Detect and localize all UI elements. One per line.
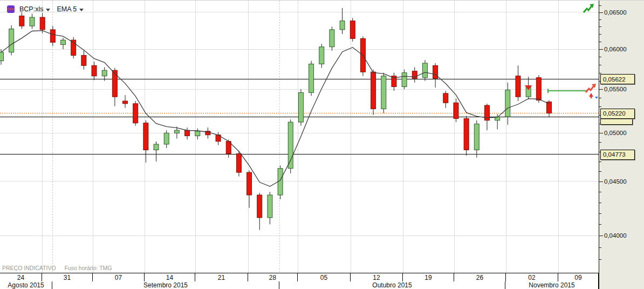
candle-body xyxy=(92,65,97,76)
price-tag-hidden xyxy=(600,118,633,125)
minor-tick xyxy=(599,34,601,35)
time-axis-months[interactable]: Agosto 2015Setembro 2015Outubro 2015Nove… xyxy=(0,281,599,289)
minor-tick xyxy=(599,26,601,27)
candle-body xyxy=(350,21,355,39)
growth-arrow-icon[interactable] xyxy=(583,4,595,15)
footer-note: PREÇO INDICATIVO Fuso horário: TMG xyxy=(2,265,112,271)
indicative-price-label: PREÇO INDICATIVO xyxy=(2,265,56,271)
buy-arrow-icon xyxy=(589,93,593,98)
time-axis-weeks[interactable]: 243107142128051219260209 xyxy=(0,273,599,282)
week-label-cell: 05 xyxy=(298,273,351,281)
candle-body xyxy=(247,172,252,195)
price-tag: 0,05622 xyxy=(600,74,635,84)
candle-body xyxy=(133,104,138,123)
major-tick xyxy=(599,12,603,13)
candle-body xyxy=(474,124,479,150)
minor-tick xyxy=(599,213,601,214)
candle-body xyxy=(402,73,407,87)
minor-tick xyxy=(599,259,601,260)
candle-body xyxy=(81,55,86,65)
price-axis[interactable]: 0,065000,060000,055000,050000,045000,040… xyxy=(599,1,644,289)
candle-body xyxy=(330,30,334,47)
price-axis-label: 0,06500 xyxy=(604,9,627,16)
month-label-cell: Agosto 2015 xyxy=(0,281,52,289)
candle-body xyxy=(443,93,448,103)
minor-tick xyxy=(599,171,601,172)
week-label-cell: 07 xyxy=(93,273,145,281)
indicator-handle-icon[interactable] xyxy=(585,84,599,100)
minor-tick xyxy=(599,19,601,20)
candle-body xyxy=(268,195,272,218)
minor-tick xyxy=(599,73,601,73)
candle-body xyxy=(30,17,35,26)
symbol-selector[interactable]: BCP:xls xyxy=(18,5,52,14)
minor-tick xyxy=(599,247,601,248)
candle-body xyxy=(433,65,438,78)
candle-body xyxy=(112,70,117,97)
candle-body xyxy=(505,90,510,117)
week-label-cell: 21 xyxy=(195,273,248,281)
chevron-down-icon xyxy=(79,9,84,11)
minor-tick xyxy=(599,203,601,203)
minor-tick xyxy=(599,224,601,225)
minor-tick xyxy=(599,98,601,98)
week-label-cell: 14 xyxy=(145,273,195,281)
candle-body xyxy=(340,21,345,30)
minor-tick xyxy=(599,106,601,107)
caret-down-icon xyxy=(595,97,598,99)
candle-body xyxy=(309,64,314,92)
week-label-cell: 26 xyxy=(454,273,506,281)
candle-body xyxy=(195,131,200,136)
candle-body xyxy=(536,78,541,100)
major-tick xyxy=(599,133,603,133)
week-label-cell: 12 xyxy=(351,273,403,281)
candle-body xyxy=(102,70,107,76)
indicator-label: EMA 5 xyxy=(57,5,77,13)
candle-body xyxy=(516,76,520,97)
candle-body xyxy=(9,29,14,52)
candlestick-chart[interactable] xyxy=(0,1,599,273)
candle-body xyxy=(454,103,458,118)
ema-line xyxy=(1,31,549,186)
candle-body xyxy=(40,17,45,30)
candle-body xyxy=(154,144,159,150)
week-label-cell: 19 xyxy=(403,273,454,281)
candle-body xyxy=(381,76,386,109)
minor-tick xyxy=(599,142,601,143)
major-tick xyxy=(599,236,603,236)
minor-tick xyxy=(599,162,601,162)
candle-body xyxy=(288,122,293,169)
minor-tick xyxy=(599,57,601,57)
candle-body xyxy=(61,40,66,44)
price-axis-label: 0,04500 xyxy=(604,178,627,185)
minor-tick xyxy=(599,42,601,42)
candle-body xyxy=(19,16,24,26)
cfd-badge: CFD xyxy=(7,5,15,13)
week-label-cell: 02 xyxy=(506,273,558,281)
major-tick xyxy=(599,182,603,182)
week-label-cell: 24 xyxy=(0,273,42,281)
candle-body xyxy=(143,123,148,150)
minor-tick xyxy=(599,5,601,6)
candle-body xyxy=(298,92,303,122)
candle-body xyxy=(319,47,324,64)
chevron-down-icon xyxy=(46,9,50,11)
week-label-cell: 31 xyxy=(42,273,93,281)
candle-body xyxy=(174,130,179,133)
indicator-selector[interactable]: EMA 5 xyxy=(55,5,85,14)
month-label-cell: Setembro 2015 xyxy=(52,281,279,289)
minor-tick xyxy=(599,65,601,65)
price-axis-label: 0,04000 xyxy=(604,232,627,239)
candle-body xyxy=(412,71,417,79)
candle-body xyxy=(236,154,241,173)
candle-body xyxy=(484,105,489,120)
timezone-label: Fuso horário: TMG xyxy=(65,265,112,271)
candle-body xyxy=(185,130,190,136)
week-label-cell: 09 xyxy=(558,273,599,281)
price-axis-label: 0,06000 xyxy=(604,46,627,52)
candle-body xyxy=(123,101,128,104)
price-tag: 0,05220 xyxy=(600,109,635,119)
week-label-cell: 28 xyxy=(248,273,298,281)
candle-body xyxy=(164,133,169,144)
trading-chart-window: CFD BCP:xls EMA 5 0,065000,060000,055000… xyxy=(0,0,644,289)
